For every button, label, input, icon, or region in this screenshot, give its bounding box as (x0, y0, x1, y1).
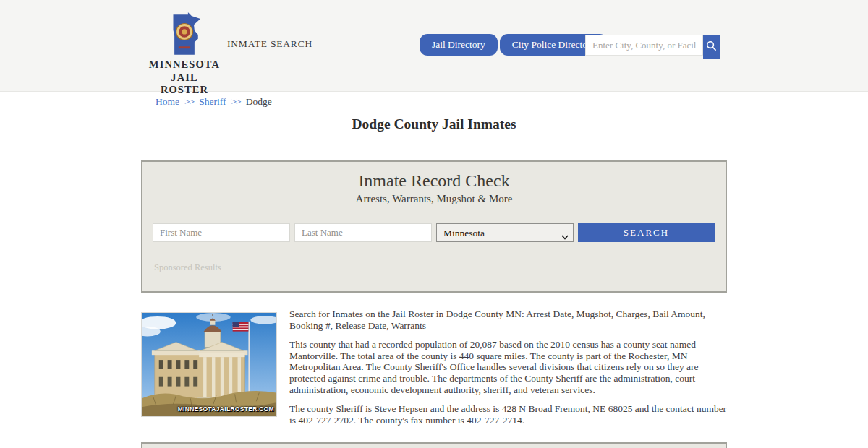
record-check-title: Inmate Record Check (142, 171, 726, 191)
state-select[interactable]: Minnesota (436, 223, 574, 242)
us-flag-icon (233, 322, 249, 332)
jail-directory-button[interactable]: Jail Directory (420, 34, 498, 56)
breadcrumb-sheriff-link[interactable]: Sheriff (199, 96, 226, 107)
photo-watermark: MINNESOTAJAILROSTER.COM (178, 405, 274, 413)
county-description: Search for Inmates on the Jail Roster in… (289, 309, 729, 434)
article-paragraph: This county that had a recorded populati… (289, 339, 729, 395)
breadcrumb: Home>>Sheriff>>Dodge (156, 96, 272, 108)
record-check-form: Minnesota SEARCH (153, 223, 715, 242)
logo-text-line2: JAIL ROSTER (146, 72, 223, 97)
facility-search-input[interactable] (585, 35, 703, 56)
search-button[interactable]: SEARCH (578, 223, 715, 242)
facility-search-button[interactable] (703, 35, 720, 59)
sponsored-results-label: Sponsored Results (154, 262, 221, 273)
site-header: MINNESOTA JAIL ROSTER INMATE SEARCH Jail… (0, 0, 868, 92)
article-paragraph: The county Sheriff is Steve Hepsen and t… (289, 403, 729, 426)
bottom-panel (141, 442, 727, 448)
courthouse-photo: MINNESOTAJAILROSTER.COM (141, 312, 277, 417)
last-name-input[interactable] (294, 223, 432, 242)
nav-inmate-search[interactable]: INMATE SEARCH (227, 38, 312, 50)
state-select-wrap: Minnesota (436, 223, 574, 242)
courthouse-illustration (142, 313, 276, 416)
inmate-record-check-panel: Inmate Record Check Arrests, Warrants, M… (141, 160, 727, 293)
site-logo[interactable]: MINNESOTA JAIL ROSTER (146, 12, 223, 97)
header-directory-buttons: Jail Directory City Police Directory (420, 34, 608, 56)
breadcrumb-separator: >> (184, 96, 194, 107)
first-name-input[interactable] (153, 223, 290, 242)
logo-text-line1: MINNESOTA (146, 59, 223, 72)
breadcrumb-current: Dodge (246, 96, 272, 107)
breadcrumb-separator: >> (231, 96, 240, 107)
minnesota-state-seal-icon (146, 12, 223, 57)
header-search (585, 35, 720, 59)
page-title: Dodge County Jail Inmates (0, 116, 868, 132)
breadcrumb-home-link[interactable]: Home (156, 96, 179, 107)
search-icon (706, 40, 717, 53)
record-check-subtitle: Arrests, Warrants, Mugshot & More (142, 193, 726, 205)
article-paragraph: Search for Inmates on the Jail Roster in… (289, 309, 729, 331)
